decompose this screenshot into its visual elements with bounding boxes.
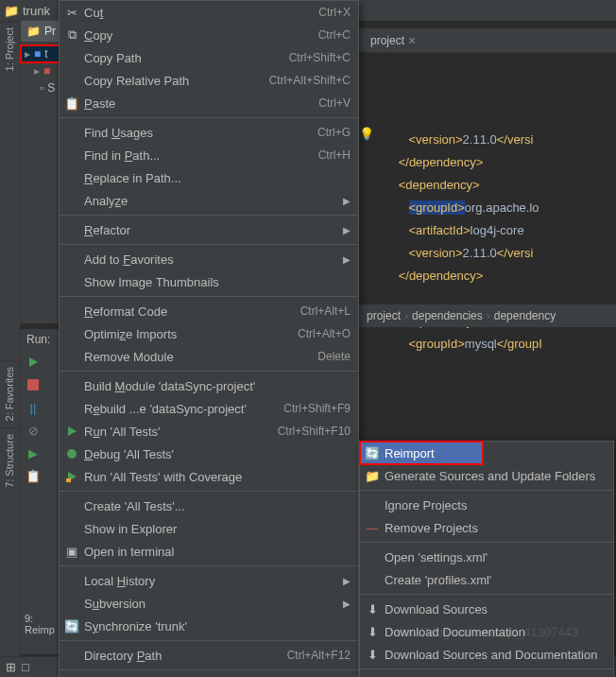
menu-item-find-usages[interactable]: Find UsagesCtrl+G — [60, 121, 358, 144]
square-icon[interactable]: □ — [22, 660, 29, 674]
menu-item-copy-path[interactable]: Copy PathCtrl+Shift+C — [60, 46, 358, 69]
menu-label: Ignore Projects — [385, 498, 606, 512]
editor-tab[interactable]: project × — [363, 29, 423, 52]
run-icon[interactable]: ▶ — [25, 444, 42, 461]
menu-item-compare-with-[interactable]: ◫Compare With...Ctrl+D — [60, 673, 358, 677]
menu-item-replace-in-path-[interactable]: Replace in Path... — [60, 166, 358, 189]
menu-item-run-all-tests-[interactable]: Run 'All Tests'Ctrl+Shift+F10 — [60, 420, 358, 443]
menu-item-synchronize-trunk-[interactable]: 🔄Synchronize 'trunk' — [60, 615, 358, 637]
menu-label: Run 'All Tests' with Coverage — [84, 470, 351, 484]
menu-label: Optimize Imports — [84, 327, 298, 341]
menu-label: Local History — [84, 574, 337, 588]
rail-project[interactable]: 1: Project — [0, 21, 19, 77]
windows-icon[interactable]: ⊞ — [6, 660, 16, 674]
rail-favorites[interactable]: 2: Favorites — [0, 360, 19, 426]
editor-tabs: project × — [359, 28, 616, 53]
shortcut: Ctrl+V — [318, 96, 351, 110]
download-icon: ⬇ — [364, 648, 381, 662]
menu-label: Find Usages — [84, 126, 317, 140]
close-icon[interactable]: × — [408, 33, 416, 48]
menu-item-debug-all-tests-[interactable]: Debug 'All Tests' — [60, 443, 358, 465]
menu-item-add-to-favorites[interactable]: Add to Favorites▶ — [60, 248, 358, 270]
menu-item-open-settings-xml-[interactable]: Open 'settings.xml' — [360, 546, 613, 568]
bug-icon — [63, 448, 80, 460]
stop-icon[interactable] — [25, 376, 42, 393]
menu-item-download-sources[interactable]: ⬇Download Sources — [360, 598, 613, 620]
breadcrumb-item[interactable]: dependencies — [412, 309, 483, 322]
menu-item-ignore-projects[interactable]: Ignore Projects — [360, 494, 613, 516]
pause-icon[interactable]: || — [25, 399, 42, 416]
svg-rect-0 — [27, 379, 39, 391]
menu-item-optimize-imports[interactable]: Optimize ImportsCtrl+Alt+O — [60, 322, 358, 345]
menu-item-create-profiles-xml-[interactable]: Create 'profiles.xml' — [360, 568, 613, 591]
shortcut: Ctrl+H — [318, 148, 351, 162]
minus-icon: — — [364, 521, 381, 535]
menu-item-find-in-path-[interactable]: Find in Path...Ctrl+H — [60, 144, 358, 166]
menu-item-local-history[interactable]: Local History▶ — [60, 569, 358, 592]
menu-item-reimport[interactable]: 🔄Reimport — [360, 442, 483, 464]
menu-item-download-documentation[interactable]: ⬇Download Documentation — [360, 620, 613, 643]
chevron-right-icon: ▶ — [343, 254, 351, 265]
menu-label: Copy — [84, 28, 318, 43]
menu-item-reformat-code[interactable]: Reformat CodeCtrl+Alt+L — [60, 300, 358, 322]
svg-point-1 — [67, 449, 77, 459]
context-menu: ✂CutCtrl+X⧉CopyCtrl+CCopy PathCtrl+Shift… — [59, 0, 359, 677]
rerun-icon[interactable] — [25, 354, 42, 371]
mute-icon[interactable]: ⊘ — [25, 422, 42, 439]
menu-item-show-in-explorer[interactable]: Show in Explorer — [60, 517, 358, 540]
menu-item-subversion[interactable]: Subversion▶ — [60, 592, 358, 615]
menu-label: Generate Sources and Update Folders — [385, 469, 606, 483]
left-tool-rail: 1: Project 2: Favorites 7: Structure — [0, 21, 21, 677]
menu-item-remove-projects[interactable]: —Remove Projects — [360, 516, 613, 539]
rail-structure[interactable]: 7: Structure — [0, 427, 19, 494]
menu-label: Show Image Thumbnails — [84, 275, 351, 289]
menu-item-open-in-terminal[interactable]: ▣Open in terminal — [60, 540, 358, 563]
cut-icon: ✂ — [63, 6, 80, 20]
expand-icon[interactable]: ▸ — [25, 47, 30, 61]
maven-submenu: 🔄Reimport📁Generate Sources and Update Fo… — [359, 441, 614, 677]
folder-icon: 📁 — [4, 4, 19, 18]
menu-item-cut[interactable]: ✂CutCtrl+X — [60, 1, 358, 24]
shortcut: Ctrl+G — [317, 126, 351, 139]
menu-label: Find in Path... — [84, 148, 318, 163]
menu-label: Copy Path — [84, 51, 289, 65]
menu-item-directory-path[interactable]: Directory PathCtrl+Alt+F12 — [60, 644, 358, 667]
menu-item-refactor[interactable]: Refactor▶ — [60, 218, 358, 241]
menu-item-show-effective-pom[interactable]: Show Effective POM — [360, 672, 613, 677]
menu-item-show-image-thumbnails[interactable]: Show Image Thumbnails — [60, 270, 358, 293]
breadcrumb-item[interactable]: dependency — [494, 309, 556, 322]
reimport-tab[interactable]: Reimp — [25, 624, 55, 635]
menu-item-copy-relative-path[interactable]: Copy Relative PathCtrl+Alt+Shift+C — [60, 69, 358, 92]
menu-label: Remove Projects — [385, 521, 606, 535]
shortcut: Ctrl+Shift+F10 — [278, 425, 351, 438]
shortcut: Ctrl+Shift+C — [289, 51, 351, 64]
copy-icon: ⧉ — [63, 27, 80, 43]
chevron-right-icon: ▶ — [343, 576, 351, 586]
menu-label: Remove Module — [84, 350, 317, 364]
menu-label: Debug 'All Tests' — [84, 447, 351, 461]
project-title: trunk — [23, 4, 50, 18]
menu-item-analyze[interactable]: Analyze▶ — [60, 189, 358, 212]
shortcut: Delete — [317, 350, 351, 363]
menu-item-generate-sources-and-upda[interactable]: 📁Generate Sources and Update Folders — [360, 464, 613, 487]
menu-item-download-sources-and-docu[interactable]: ⬇Download Sources and Documentation — [360, 643, 613, 666]
menu-label: Copy Relative Path — [84, 74, 269, 88]
terminal-tab[interactable]: 9: — [25, 613, 55, 624]
terminal-icon: ▣ — [63, 545, 80, 559]
svg-rect-2 — [66, 478, 71, 482]
lightbulb-icon[interactable]: 💡 — [359, 123, 374, 146]
menu-item-run-all-tests-with-covera[interactable]: Run 'All Tests' with Coverage — [60, 465, 358, 488]
menu-label: Build Module 'dataSync-project' — [84, 379, 351, 393]
menu-item-build-module-datasync-pro[interactable]: Build Module 'dataSync-project' — [60, 374, 358, 397]
menu-item-rebuild-e-datasync-projec[interactable]: Rebuild ...e 'dataSync-project'Ctrl+Shif… — [60, 397, 358, 420]
editor: project × 💡 <version>2.11.0</versi </dep… — [359, 28, 616, 303]
menu-label: Cut — [84, 6, 318, 20]
reimport-icon: 🔄 — [364, 446, 381, 460]
dump-icon[interactable]: 📋 — [25, 467, 42, 484]
breadcrumb-item[interactable]: project — [367, 309, 401, 322]
menu-item-remove-module[interactable]: Remove ModuleDelete — [60, 345, 358, 368]
menu-item-copy[interactable]: ⧉CopyCtrl+C — [60, 24, 358, 46]
menu-label: Paste — [84, 96, 318, 111]
menu-item-create-all-tests-[interactable]: Create 'All Tests'... — [60, 495, 358, 517]
menu-item-paste[interactable]: 📋PasteCtrl+V — [60, 92, 358, 114]
